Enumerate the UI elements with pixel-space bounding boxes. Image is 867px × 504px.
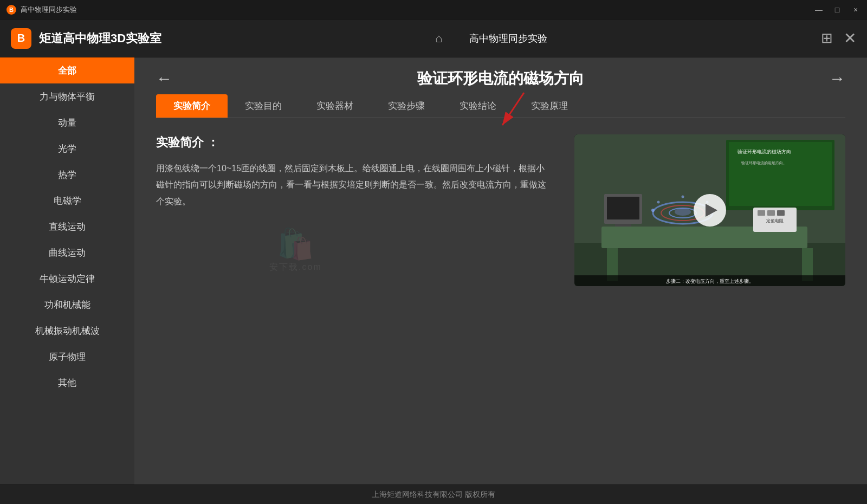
- content-title-row: ← 验证环形电流的磁场方向 →: [134, 57, 867, 94]
- experiment-description: 用漆包线绕一个10~15匝的线圈，然后固定到木板上。给线圈通上电，在线圈周围布上…: [156, 160, 553, 210]
- play-triangle-icon: [706, 204, 717, 217]
- experiment-title: 验证环形电流的磁场方向: [172, 68, 829, 89]
- sidebar-item-atomic[interactable]: 原子物理: [0, 344, 134, 370]
- section-title: 实验简介 ：: [156, 134, 553, 151]
- sidebar-item-all[interactable]: 全部: [0, 57, 134, 83]
- sidebar-item-optics[interactable]: 光学: [0, 135, 134, 161]
- sidebar-item-other[interactable]: 其他: [0, 370, 134, 396]
- prev-arrow[interactable]: ←: [156, 69, 172, 88]
- window-controls: — □ ×: [814, 5, 860, 15]
- tab-purpose[interactable]: 实验目的: [228, 94, 299, 118]
- sidebar-item-momentum[interactable]: 动量: [0, 109, 134, 135]
- video-scene: 验证环形电流的磁场方向 验证环形电流的磁场方向。: [574, 134, 845, 286]
- close-app-button[interactable]: ✕: [844, 29, 856, 47]
- svg-text:验证环形电流的磁场方向。: 验证环形电流的磁场方向。: [741, 161, 787, 165]
- svg-rect-27: [615, 224, 631, 227]
- minimize-button[interactable]: —: [814, 5, 824, 15]
- svg-text:验证环形电流的磁场方向: 验证环形电流的磁场方向: [737, 149, 791, 154]
- tab-principle[interactable]: 实验原理: [514, 94, 585, 118]
- experiment-body: 🛍️ 安下载.com 实验简介 ： 用漆包线绕一个10~15匝的线圈，然后固定到…: [134, 118, 867, 484]
- title-bar: B 高中物理同步实验 — □ ×: [0, 0, 867, 20]
- sidebar-item-force[interactable]: 力与物体平衡: [0, 83, 134, 109]
- tabs-row: 实验简介 实验目的 实验器材 实验步骤 实验结论 实验原理: [156, 94, 845, 118]
- svg-point-15: [651, 209, 655, 212]
- footer-text: 上海矩道网络科技有限公司 版权所有: [372, 490, 495, 500]
- sidebar-item-newton[interactable]: 牛顿运动定律: [0, 266, 134, 292]
- watermark-text: 安下载.com: [269, 262, 322, 273]
- close-title-button[interactable]: ×: [851, 5, 860, 15]
- sidebar-item-work[interactable]: 功和机械能: [0, 292, 134, 318]
- svg-point-14: [675, 208, 691, 216]
- svg-point-16: [657, 201, 660, 204]
- sidebar-item-linear[interactable]: 直线运动: [0, 214, 134, 240]
- sidebar-item-thermo[interactable]: 热学: [0, 161, 134, 188]
- app-header-left: B 矩道高中物理3D实验室: [11, 28, 161, 49]
- tab-steps[interactable]: 实验步骤: [371, 94, 442, 118]
- svg-text:步骤二：改变电压方向，重至上述步骤。: 步骤二：改变电压方向，重至上述步骤。: [666, 279, 754, 284]
- main-layout: 全部 力与物体平衡 动量 光学 热学 电磁学 直线运动 曲线运动 牛顿运动定律 …: [0, 57, 867, 484]
- app-footer: 上海矩道网络科技有限公司 版权所有: [0, 484, 867, 504]
- sidebar-item-curve[interactable]: 曲线运动: [0, 240, 134, 266]
- watermark: 🛍️ 安下载.com: [269, 227, 322, 273]
- svg-text:定值电阻: 定值电阻: [766, 218, 784, 223]
- app-header: B 矩道高中物理3D实验室 ⌂ 高中物理同步实验 ⊞ ✕: [0, 20, 867, 57]
- sidebar: 全部 力与物体平衡 动量 光学 热学 电磁学 直线运动 曲线运动 牛顿运动定律 …: [0, 57, 134, 484]
- svg-point-19: [682, 196, 684, 198]
- content-area: ← 验证环形电流的磁场方向 → 实验简介: [134, 57, 867, 484]
- svg-rect-26: [607, 197, 639, 219]
- svg-rect-23: [767, 210, 775, 216]
- app-logo: B: [11, 28, 31, 49]
- tab-intro[interactable]: 实验简介: [156, 94, 228, 118]
- maximize-button[interactable]: □: [832, 5, 842, 15]
- sidebar-item-vibration[interactable]: 机械振动机械波: [0, 318, 134, 344]
- app-header-nav: ⌂ 高中物理同步实验: [161, 31, 821, 46]
- svg-rect-24: [777, 210, 785, 216]
- grid-icon[interactable]: ⊞: [821, 30, 833, 47]
- title-bar-left: B 高中物理同步实验: [7, 5, 77, 15]
- experiment-text: 🛍️ 安下载.com 实验简介 ： 用漆包线绕一个10~15匝的线圈，然后固定到…: [156, 134, 553, 468]
- title-bar-title: 高中物理同步实验: [21, 5, 77, 15]
- nav-label: 高中物理同步实验: [469, 32, 547, 45]
- tab-conclusion[interactable]: 实验结论: [442, 94, 514, 118]
- sidebar-item-em[interactable]: 电磁学: [0, 188, 134, 214]
- watermark-icon: 🛍️: [277, 227, 314, 262]
- svg-rect-22: [758, 210, 765, 216]
- next-arrow[interactable]: →: [829, 69, 845, 88]
- home-icon[interactable]: ⌂: [435, 31, 442, 46]
- app-header-right: ⊞ ✕: [821, 29, 856, 47]
- app-title: 矩道高中物理3D实验室: [39, 30, 161, 47]
- play-button[interactable]: [694, 194, 726, 227]
- video-area[interactable]: 验证环形电流的磁场方向 验证环形电流的磁场方向。: [574, 134, 845, 286]
- tab-equipment[interactable]: 实验器材: [299, 94, 371, 118]
- app-icon: B: [7, 5, 16, 15]
